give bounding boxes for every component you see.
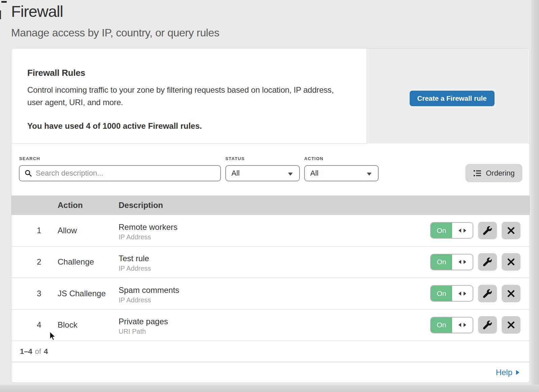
chevron-down-icon xyxy=(367,173,372,176)
ordering-button-label: Ordering xyxy=(486,169,515,178)
rule-action: Challenge xyxy=(58,257,94,267)
rule-match-type: IP Address xyxy=(119,296,179,304)
rule-enabled-toggle[interactable]: On xyxy=(430,222,473,239)
pagination-of-label: of xyxy=(32,347,44,356)
action-label: ACTION xyxy=(304,156,323,161)
close-icon xyxy=(507,227,515,235)
usage-summary: You have used 4 of 1000 active Firewall … xyxy=(27,121,202,131)
rule-priority: 3 xyxy=(33,289,45,298)
rule-action: JS Challenge xyxy=(58,289,106,298)
status-label: STATUS xyxy=(225,156,245,161)
rule-description: Private pages xyxy=(119,317,168,326)
create-firewall-rule-button[interactable]: Create a Firewall rule xyxy=(410,91,495,106)
rule-enabled-toggle[interactable]: On xyxy=(430,285,473,302)
card-description: Control incoming traffic to your zone by… xyxy=(27,84,348,109)
pagination-range: 1–4 xyxy=(20,347,32,356)
action-select[interactable]: All xyxy=(304,165,379,181)
search-input[interactable] xyxy=(36,169,220,178)
toggle-arrows-icon xyxy=(452,254,473,270)
toggle-on-label: On xyxy=(431,223,452,238)
mouse-cursor xyxy=(49,331,58,342)
toggle-on-label: On xyxy=(431,286,452,301)
edit-rule-button[interactable] xyxy=(478,253,497,271)
help-row: Help xyxy=(11,362,530,382)
pagination-total: 4 xyxy=(44,347,48,356)
firewall-rule-row: 3 JS Challenge Spam comments IP Address … xyxy=(11,278,530,310)
delete-rule-button[interactable] xyxy=(502,285,520,302)
firewall-rules-card: Firewall Rules Control incoming traffic … xyxy=(11,48,530,383)
rule-priority: 1 xyxy=(33,226,45,235)
toggle-arrows-icon xyxy=(452,318,473,333)
column-header-description: Description xyxy=(119,201,163,210)
rule-priority: 4 xyxy=(33,320,45,330)
delete-rule-button[interactable] xyxy=(502,253,520,271)
rule-description: Test rule xyxy=(119,254,151,263)
close-icon xyxy=(507,321,515,329)
window-edge-bottom xyxy=(0,385,539,392)
arrow-right-icon xyxy=(515,369,520,375)
toggle-on-label: On xyxy=(431,254,452,270)
window-edge-right xyxy=(531,0,539,392)
table-header: Action Description xyxy=(11,195,530,215)
rule-controls: On xyxy=(430,253,520,271)
search-box[interactable] xyxy=(19,165,221,181)
toggle-on-label: On xyxy=(431,318,452,333)
rule-match-type: IP Address xyxy=(119,233,178,241)
ordering-button[interactable]: Ordering xyxy=(466,164,522,182)
rule-priority: 2 xyxy=(33,257,45,267)
delete-rule-button[interactable] xyxy=(502,222,520,239)
edit-rule-button[interactable] xyxy=(478,285,497,302)
help-link-label: Help xyxy=(496,368,512,377)
card-title: Firewall Rules xyxy=(27,68,85,78)
firewall-rule-row: 2 Challenge Test rule IP Address On xyxy=(11,247,530,278)
close-icon xyxy=(507,258,515,266)
close-icon xyxy=(507,290,515,298)
rule-action: Allow xyxy=(58,226,77,235)
toggle-arrows-icon xyxy=(452,223,473,238)
page-title: Firewall xyxy=(11,2,63,21)
wrench-icon xyxy=(483,258,492,266)
rule-controls: On xyxy=(430,222,520,239)
delete-rule-button[interactable] xyxy=(502,316,520,334)
rule-description: Remote workers xyxy=(119,222,178,232)
rule-enabled-toggle[interactable]: On xyxy=(430,254,473,270)
status-select-value: All xyxy=(231,169,240,178)
wrench-icon xyxy=(483,321,492,329)
action-select-value: All xyxy=(310,169,318,178)
screen-artifact xyxy=(1,1,7,3)
table-body: 1 Allow Remote workers IP Address On 2 C… xyxy=(11,215,530,341)
card-header-side-panel: Create a Firewall rule xyxy=(367,49,530,144)
screen-artifact xyxy=(0,10,1,19)
wrench-icon xyxy=(483,289,492,298)
firewall-rule-row: 4 Block Private pages URI Path On xyxy=(11,310,530,341)
help-link[interactable]: Help xyxy=(496,368,520,377)
page-subtitle: Manage access by IP, country, or query r… xyxy=(11,27,219,39)
wrench-icon xyxy=(483,226,492,235)
chevron-down-icon xyxy=(288,173,293,176)
rule-match-type: URI Path xyxy=(119,328,168,335)
rule-controls: On xyxy=(430,316,520,334)
rule-controls: On xyxy=(430,285,520,302)
filter-bar: SEARCH STATUS ACTION All All Ordering xyxy=(11,144,530,195)
search-label: SEARCH xyxy=(19,156,40,161)
firewall-rule-row: 1 Allow Remote workers IP Address On xyxy=(11,215,530,247)
rule-enabled-toggle[interactable]: On xyxy=(430,317,473,333)
status-select[interactable]: All xyxy=(225,165,300,181)
pagination-row: 1–4 of 4 xyxy=(11,341,530,362)
edit-rule-button[interactable] xyxy=(478,316,497,334)
rule-description: Spam comments xyxy=(119,285,179,295)
column-header-action: Action xyxy=(58,201,83,210)
search-icon xyxy=(24,169,32,177)
ordered-list-icon xyxy=(473,169,482,178)
rule-action: Block xyxy=(58,320,77,330)
rule-match-type: IP Address xyxy=(119,265,151,272)
edit-rule-button[interactable] xyxy=(478,222,497,239)
toggle-arrows-icon xyxy=(452,286,473,301)
card-header: Firewall Rules Control incoming traffic … xyxy=(11,49,530,144)
